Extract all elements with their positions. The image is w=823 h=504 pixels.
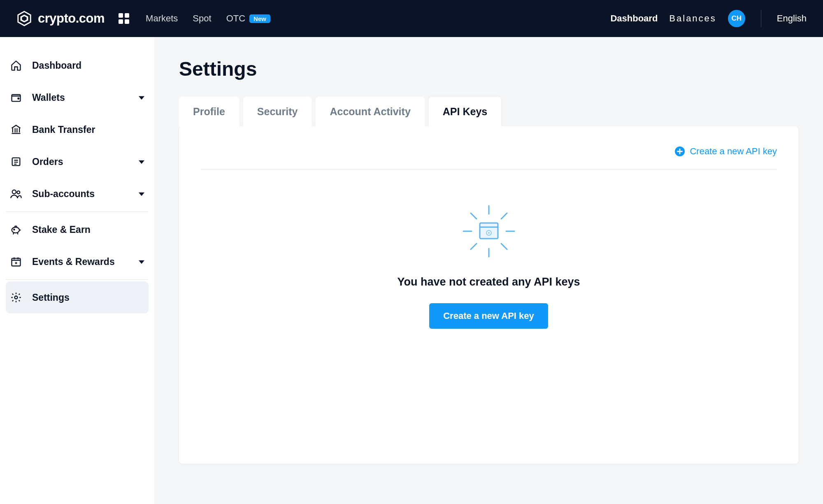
nav-otc-label: OTC	[226, 13, 245, 24]
sidebar-divider	[6, 279, 149, 280]
home-icon	[10, 59, 22, 72]
wallet-icon	[10, 91, 22, 104]
tab-account-activity[interactable]: Account Activity	[316, 97, 424, 127]
nav-spot[interactable]: Spot	[193, 13, 211, 24]
sidebar-item-settings[interactable]: Settings	[6, 281, 149, 314]
nav-dashboard[interactable]: Dashboard	[610, 13, 658, 24]
sidebar-item-wallets[interactable]: Wallets	[6, 81, 149, 114]
svg-point-15	[15, 296, 18, 299]
svg-marker-10	[139, 192, 144, 195]
chevron-down-icon	[139, 156, 144, 167]
sidebar-label: Wallets	[32, 92, 65, 103]
sidebar-label: Sub-accounts	[32, 188, 95, 200]
chevron-down-icon	[139, 92, 144, 103]
crypto-logo-icon	[16, 11, 32, 26]
empty-state: You have not created any API keys Create…	[200, 202, 777, 329]
svg-line-21	[501, 244, 507, 249]
apps-grid-icon[interactable]	[119, 13, 129, 24]
nav-balances[interactable]: Balances	[669, 13, 716, 24]
empty-message: You have not created any API keys	[397, 276, 580, 288]
users-icon	[10, 188, 22, 200]
svg-line-22	[501, 213, 507, 219]
nav-markets[interactable]: Markets	[146, 13, 178, 24]
create-api-key-row: Create a new API key	[200, 146, 777, 170]
bank-icon	[10, 123, 22, 136]
calendar-star-icon	[10, 255, 22, 268]
api-keys-panel: Create a new API key	[179, 126, 798, 464]
create-api-key-link[interactable]: Create a new API key	[690, 146, 777, 157]
svg-marker-7	[139, 160, 144, 163]
language-selector[interactable]: English	[777, 13, 807, 24]
orders-icon	[10, 156, 22, 168]
sidebar-divider	[6, 211, 149, 212]
sidebar-item-stake-earn[interactable]: Stake & Earn	[6, 214, 149, 246]
svg-marker-5	[139, 96, 144, 99]
vertical-divider	[761, 10, 761, 27]
main-content: Settings Profile Security Account Activi…	[154, 37, 823, 504]
sidebar-item-events-rewards[interactable]: Events & Rewards	[6, 246, 149, 278]
sidebar-label: Stake & Earn	[32, 224, 91, 235]
svg-point-9	[17, 191, 20, 194]
sidebar-label: Events & Rewards	[32, 256, 115, 267]
nav-otc[interactable]: OTC New	[226, 13, 270, 24]
top-header: crypto.com Markets Spot OTC New Dashboar…	[0, 0, 823, 37]
create-api-key-button[interactable]: Create a new API key	[429, 303, 548, 329]
tab-security[interactable]: Security	[243, 97, 312, 127]
api-key-empty-icon	[460, 202, 518, 260]
svg-marker-14	[139, 260, 144, 263]
svg-point-4	[18, 98, 19, 99]
sidebar-item-dashboard[interactable]: Dashboard	[6, 49, 149, 81]
nav-left: Markets Spot OTC New	[146, 13, 270, 24]
svg-line-20	[471, 213, 477, 219]
settings-tabs: Profile Security Account Activity API Ke…	[179, 97, 798, 127]
svg-point-8	[12, 190, 16, 194]
sidebar-label: Dashboard	[32, 60, 81, 71]
chevron-down-icon	[139, 188, 144, 200]
sidebar-label: Orders	[32, 156, 63, 167]
svg-point-27	[488, 232, 490, 234]
sidebar-item-bank-transfer[interactable]: Bank Transfer	[6, 114, 149, 146]
piggy-bank-icon	[10, 223, 22, 236]
sidebar-item-orders[interactable]: Orders	[6, 146, 149, 178]
tab-api-keys[interactable]: API Keys	[429, 97, 501, 127]
gear-icon	[10, 291, 22, 304]
plus-circle-icon	[675, 146, 685, 156]
sidebar-item-sub-accounts[interactable]: Sub-accounts	[6, 178, 149, 210]
svg-point-12	[14, 229, 14, 230]
chevron-down-icon	[139, 256, 144, 267]
new-badge: New	[249, 14, 270, 23]
sidebar: Dashboard Wallets Bank Transfer Orders	[0, 37, 154, 504]
brand-name: crypto.com	[38, 11, 105, 26]
avatar[interactable]: CH	[728, 10, 745, 27]
page-title: Settings	[179, 58, 798, 80]
brand-logo[interactable]: crypto.com	[16, 11, 105, 26]
tab-profile[interactable]: Profile	[179, 97, 239, 127]
nav-right: Dashboard Balances CH English	[610, 10, 807, 27]
sidebar-label: Bank Transfer	[32, 124, 95, 135]
svg-point-11	[12, 227, 19, 233]
svg-line-23	[471, 244, 477, 249]
sidebar-label: Settings	[32, 292, 70, 303]
